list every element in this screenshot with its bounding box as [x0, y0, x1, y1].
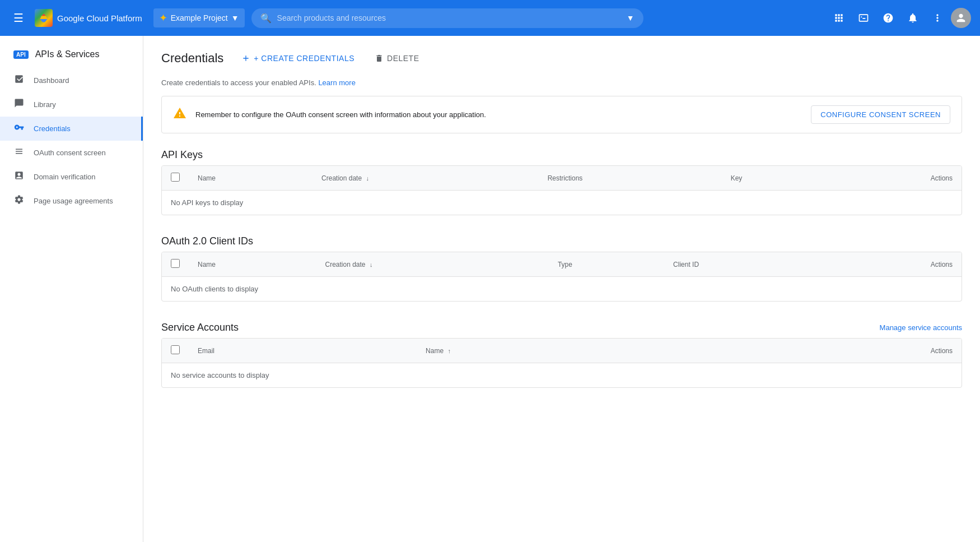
search-input[interactable]	[277, 13, 617, 22]
api-keys-actions-header: Actions	[824, 166, 962, 191]
api-keys-key-header: Key	[722, 166, 824, 191]
oauth-title: OAuth 2.0 Client IDs	[161, 235, 253, 247]
sidebar: API APIs & Services Dashboard Library Cr…	[0, 36, 143, 542]
service-accounts-header: Service Accounts Manage service accounts	[161, 322, 962, 333]
top-nav: ☰ Google Cloud Platform ✦ Example Projec…	[0, 0, 980, 36]
warning-text: Remember to configure the OAuth consent …	[195, 110, 486, 119]
more-options-button[interactable]	[926, 7, 949, 29]
warning-banner-content: Remember to configure the OAuth consent …	[173, 106, 486, 123]
oauth-select-all-checkbox[interactable]	[171, 259, 180, 268]
oauth-header: OAuth 2.0 Client IDs	[161, 235, 962, 247]
sa-email-header: Email	[189, 339, 417, 363]
gcp-logo-icon	[35, 9, 53, 27]
apps-icon-button[interactable]	[828, 7, 850, 29]
api-keys-title: API Keys	[161, 149, 203, 161]
oauth-table-container: Name Creation date ↓ Type Client ID	[161, 252, 962, 302]
manage-service-accounts-link[interactable]: Manage service accounts	[880, 323, 962, 332]
search-bar[interactable]: 🔍 ▼	[251, 8, 643, 28]
sidebar-item-credentials[interactable]: Credentials	[0, 117, 143, 141]
oauth-name-header: Name	[189, 252, 316, 277]
oauth-section: OAuth 2.0 Client IDs Name Cre	[161, 235, 962, 302]
info-text: Create credentials to access your enable…	[161, 78, 962, 87]
api-badge: API	[13, 50, 29, 59]
sidebar-item-label-library: Library	[34, 100, 56, 109]
sidebar-item-label-domain: Domain verification	[34, 173, 96, 181]
api-keys-empty-message: No API keys to display	[162, 191, 962, 215]
oauth-icon	[13, 146, 25, 159]
warning-banner: Remember to configure the OAuth consent …	[161, 96, 962, 133]
api-keys-name-header: Name	[189, 166, 312, 191]
service-accounts-title: Service Accounts	[161, 322, 239, 333]
sa-actions-header: Actions	[699, 339, 962, 363]
sidebar-item-page-usage[interactable]: Page usage agreements	[0, 189, 143, 213]
oauth-empty-row: No OAuth clients to display	[162, 277, 962, 302]
oauth-table: Name Creation date ↓ Type Client ID	[162, 252, 962, 301]
oauth-actions-header: Actions	[819, 252, 962, 277]
expand-search-icon[interactable]: ▼	[627, 13, 634, 22]
hamburger-menu[interactable]: ☰	[9, 7, 28, 29]
learn-more-link[interactable]: Learn more	[318, 78, 355, 87]
library-icon	[13, 98, 25, 111]
oauth-type-header: Type	[549, 252, 664, 277]
create-credentials-label: + CREATE CREDENTIALS	[254, 54, 354, 63]
oauth-creation-date-header[interactable]: Creation date ↓	[316, 252, 549, 277]
api-keys-empty-row: No API keys to display	[162, 191, 962, 215]
help-icon-button[interactable]	[877, 7, 899, 29]
service-accounts-table-header: Email Name ↑ Actions	[162, 339, 962, 363]
api-keys-section: API Keys Name Creation date	[161, 149, 962, 215]
brand-name: Google Cloud Platform	[57, 13, 142, 23]
sa-empty-message: No service accounts to display	[162, 363, 962, 388]
sa-empty-row: No service accounts to display	[162, 363, 962, 388]
oauth-table-header: Name Creation date ↓ Type Client ID	[162, 252, 962, 277]
create-credentials-button[interactable]: + CREATE CREDENTIALS	[235, 49, 361, 67]
user-avatar[interactable]	[951, 8, 971, 28]
sa-name-sort-icon: ↑	[447, 348, 451, 354]
project-selector[interactable]: ✦ Example Project ▼	[153, 8, 245, 27]
oauth-empty-message: No OAuth clients to display	[162, 277, 962, 302]
oauth-creation-date-sort-icon: ↓	[370, 261, 373, 268]
domain-icon	[13, 170, 25, 183]
sidebar-title: APIs & Services	[35, 49, 100, 59]
nav-actions	[828, 7, 971, 29]
warning-icon	[173, 106, 186, 123]
brand-logo[interactable]: Google Cloud Platform	[35, 9, 142, 27]
api-keys-table: Name Creation date ↓ Restrictions Key	[162, 166, 962, 215]
header-actions: + CREATE CREDENTIALS DELETE	[235, 49, 426, 67]
api-keys-header: API Keys	[161, 149, 962, 161]
api-keys-creation-date-header[interactable]: Creation date ↓	[312, 166, 539, 191]
api-keys-table-container: Name Creation date ↓ Restrictions Key	[161, 165, 962, 215]
sidebar-item-oauth[interactable]: OAuth consent screen	[0, 141, 143, 165]
page-usage-icon	[13, 194, 25, 207]
sidebar-item-label-oauth: OAuth consent screen	[34, 149, 106, 157]
project-dropdown-icon: ▼	[231, 13, 239, 22]
credentials-icon	[13, 122, 25, 135]
main-content: Credentials + CREATE CREDENTIALS DELETE …	[143, 36, 980, 542]
service-accounts-section: Service Accounts Manage service accounts…	[161, 322, 962, 388]
service-accounts-table: Email Name ↑ Actions	[162, 339, 962, 387]
oauth-client-id-header: Client ID	[664, 252, 819, 277]
api-keys-restrictions-header: Restrictions	[539, 166, 722, 191]
sa-name-header[interactable]: Name ↑	[417, 339, 699, 363]
delete-credentials-label: DELETE	[387, 54, 419, 63]
sidebar-item-library[interactable]: Library	[0, 92, 143, 117]
page-header: Credentials + CREATE CREDENTIALS DELETE	[161, 49, 962, 67]
sidebar-item-label-page-usage: Page usage agreements	[34, 197, 113, 205]
notifications-icon-button[interactable]	[902, 7, 924, 29]
dashboard-icon	[13, 74, 25, 87]
sidebar-item-dashboard[interactable]: Dashboard	[0, 68, 143, 92]
delete-credentials-button[interactable]: DELETE	[368, 49, 426, 67]
api-keys-select-all-checkbox[interactable]	[171, 173, 180, 182]
search-icon: 🔍	[260, 13, 272, 24]
configure-consent-screen-button[interactable]: CONFIGURE CONSENT SCREEN	[811, 105, 950, 124]
creation-date-sort-icon: ↓	[366, 175, 369, 182]
sa-select-all-header	[162, 339, 189, 363]
sidebar-item-domain[interactable]: Domain verification	[0, 165, 143, 189]
sa-select-all-checkbox[interactable]	[171, 345, 180, 354]
project-icon: ✦	[159, 12, 167, 24]
service-accounts-table-container: Email Name ↑ Actions	[161, 338, 962, 388]
main-layout: API APIs & Services Dashboard Library Cr…	[0, 36, 980, 542]
api-keys-table-header: Name Creation date ↓ Restrictions Key	[162, 166, 962, 191]
terminal-icon-button[interactable]	[852, 7, 875, 29]
sidebar-item-label-dashboard: Dashboard	[34, 76, 69, 85]
project-name: Example Project	[171, 13, 228, 22]
